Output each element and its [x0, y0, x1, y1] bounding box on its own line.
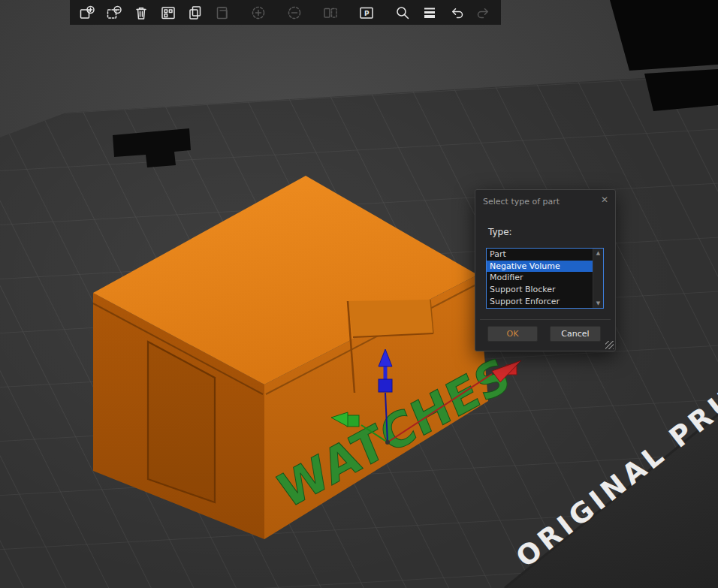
search-button[interactable]: [394, 5, 411, 21]
prusaslicer-viewport-window: ORIGINAL PRUSA WATCHES: [0, 0, 718, 588]
top-toolbar: P: [70, 0, 501, 25]
delete-all-icon: [133, 5, 149, 21]
option-part[interactable]: Part: [487, 249, 593, 261]
undo-button[interactable]: [448, 5, 465, 21]
list-scrollbar[interactable]: ▲ ▼: [593, 249, 603, 308]
option-modifier[interactable]: Modifier: [487, 272, 593, 284]
add-instance-button[interactable]: [250, 5, 267, 21]
gizmo-origin: [385, 440, 390, 445]
delete-object-icon: [106, 5, 122, 21]
split-to-parts-button[interactable]: P: [358, 5, 375, 21]
cancel-button[interactable]: Cancel: [550, 326, 601, 342]
option-support-blocker[interactable]: Support Blocker: [487, 284, 593, 296]
delete-object-button[interactable]: [106, 5, 122, 21]
variable-layer-height-button[interactable]: [421, 5, 438, 21]
add-object-button[interactable]: [79, 5, 95, 21]
add-object-icon: [79, 5, 95, 21]
split-to-objects-icon: [322, 5, 339, 21]
ok-button[interactable]: OK: [487, 326, 538, 342]
redo-icon: [475, 5, 492, 21]
paste-button[interactable]: [214, 5, 231, 21]
redo-button[interactable]: [475, 5, 492, 21]
scroll-up-icon[interactable]: ▲: [596, 250, 600, 256]
resize-grip[interactable]: [605, 341, 614, 349]
delete-all-button[interactable]: [133, 5, 149, 21]
part-type-listbox[interactable]: Part Negative Volume Modifier Support Bl…: [486, 248, 604, 309]
close-icon[interactable]: ✕: [601, 194, 608, 205]
split-to-objects-button[interactable]: [322, 5, 339, 21]
part-type-list: Part Negative Volume Modifier Support Bl…: [487, 249, 593, 308]
remove-instance-icon: [286, 5, 303, 21]
undo-icon: [448, 5, 465, 21]
arrange-button[interactable]: [160, 5, 176, 21]
split-to-parts-icon: P: [358, 5, 375, 21]
option-support-enforcer[interactable]: Support Enforcer: [487, 296, 593, 308]
dialog-title: Select type of part: [483, 197, 560, 207]
svg-text:P: P: [364, 9, 370, 17]
arrange-icon: [160, 5, 176, 21]
select-part-type-dialog: Select type of part ✕ Type: Part Negativ…: [475, 189, 616, 351]
variable-layer-height-icon: [421, 5, 438, 21]
paste-icon: [214, 5, 231, 21]
dialog-separator: [480, 319, 611, 320]
copy-button[interactable]: [187, 5, 204, 21]
scroll-down-icon[interactable]: ▼: [596, 300, 600, 306]
option-negative-volume[interactable]: Negative Volume: [487, 261, 593, 273]
type-label: Type:: [488, 227, 512, 237]
search-icon: [394, 5, 411, 21]
add-instance-icon: [250, 5, 267, 21]
copy-icon: [187, 5, 204, 21]
remove-instance-button[interactable]: [286, 5, 303, 21]
